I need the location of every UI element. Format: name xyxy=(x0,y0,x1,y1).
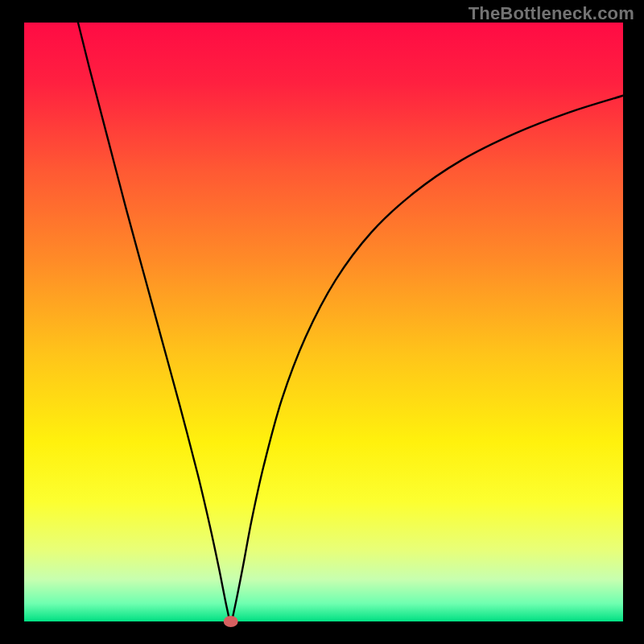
chart-frame: { "watermark": "TheBottleneck.com", "cha… xyxy=(0,0,644,644)
optimal-marker xyxy=(224,616,238,627)
watermark-text: TheBottleneck.com xyxy=(469,3,634,24)
plot-background xyxy=(24,23,623,621)
bottleneck-chart xyxy=(0,0,644,644)
